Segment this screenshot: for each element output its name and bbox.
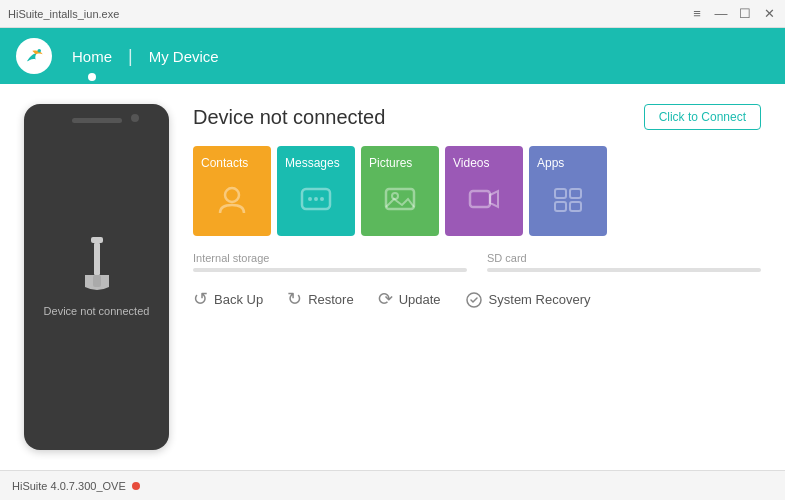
restore-icon: ↻ (287, 288, 302, 310)
recovery-icon (465, 289, 483, 310)
feature-tiles: Contacts Messages (193, 146, 761, 236)
tile-videos-label: Videos (453, 156, 489, 170)
storage-section: Internal storage SD card (193, 252, 761, 272)
storage-sd: SD card (487, 252, 761, 272)
phone-mockup: Device not connected (24, 104, 169, 450)
logo-icon (20, 42, 48, 70)
tile-messages-label: Messages (285, 156, 340, 170)
restore-label: Restore (308, 292, 354, 307)
restore-button[interactable]: ↻ Restore (287, 288, 354, 310)
nav-home[interactable]: Home (64, 44, 120, 69)
backup-icon: ↺ (193, 288, 208, 310)
recovery-label: System Recovery (489, 292, 591, 307)
system-recovery-button[interactable]: System Recovery (465, 289, 591, 310)
title-bar-controls: ≡ — ☐ ✕ (689, 6, 777, 21)
main-content: Device not connected Device not connecte… (0, 84, 785, 470)
phone-status-text: Device not connected (44, 305, 150, 317)
tile-pictures[interactable]: Pictures (361, 146, 439, 236)
svg-point-10 (392, 193, 398, 199)
menu-icon[interactable]: ≡ (689, 6, 705, 21)
svg-point-4 (225, 188, 239, 202)
status-bar: HiSuite 4.0.7.300_OVE (0, 470, 785, 500)
tile-videos-icon (466, 181, 502, 224)
close-icon[interactable]: ✕ (761, 6, 777, 21)
tile-videos[interactable]: Videos (445, 146, 523, 236)
minimize-icon[interactable]: — (713, 6, 729, 21)
nav-divider: | (128, 46, 133, 67)
device-status-row: Device not connected Click to Connect (193, 104, 761, 130)
svg-point-0 (38, 49, 42, 53)
backup-label: Back Up (214, 292, 263, 307)
update-label: Update (399, 292, 441, 307)
svg-point-8 (320, 197, 324, 201)
phone-speaker (72, 118, 122, 123)
svg-rect-2 (94, 243, 100, 275)
tile-contacts[interactable]: Contacts (193, 146, 271, 236)
svg-point-6 (308, 197, 312, 201)
svg-point-7 (314, 197, 318, 201)
svg-rect-15 (570, 202, 581, 211)
maximize-icon[interactable]: ☐ (737, 6, 753, 21)
storage-internal-label: Internal storage (193, 252, 467, 264)
svg-rect-11 (470, 191, 490, 207)
tile-contacts-label: Contacts (201, 156, 248, 170)
title-bar: HiSuite_intalls_iun.exe ≡ — ☐ ✕ (0, 0, 785, 28)
tile-messages-icon (298, 181, 334, 224)
device-status-title: Device not connected (193, 106, 385, 129)
svg-rect-13 (570, 189, 581, 198)
header: Home | My Device (0, 28, 785, 84)
phone-camera (131, 114, 139, 122)
tile-apps-icon (550, 181, 586, 224)
tile-pictures-icon (382, 181, 418, 224)
click-to-connect-button[interactable]: Click to Connect (644, 104, 761, 130)
tile-apps-label: Apps (537, 156, 564, 170)
status-dot (132, 482, 140, 490)
svg-rect-1 (91, 237, 103, 243)
storage-internal-bar (193, 268, 467, 272)
svg-rect-9 (386, 189, 414, 209)
storage-internal: Internal storage (193, 252, 467, 272)
tile-messages[interactable]: Messages (277, 146, 355, 236)
right-panel: Device not connected Click to Connect Co… (193, 104, 761, 450)
svg-rect-14 (555, 202, 566, 211)
tile-contacts-icon (214, 181, 250, 224)
title-bar-text: HiSuite_intalls_iun.exe (8, 8, 119, 20)
tile-apps[interactable]: Apps (529, 146, 607, 236)
backup-button[interactable]: ↺ Back Up (193, 288, 263, 310)
header-nav: Home | My Device (64, 44, 227, 69)
status-text: HiSuite 4.0.7.300_OVE (12, 480, 126, 492)
logo (16, 38, 52, 74)
storage-sd-label: SD card (487, 252, 761, 264)
storage-sd-bar (487, 268, 761, 272)
tile-pictures-label: Pictures (369, 156, 412, 170)
svg-rect-12 (555, 189, 566, 198)
update-button[interactable]: ⟳ Update (378, 288, 441, 310)
phone-usb-icon (73, 237, 121, 297)
update-icon: ⟳ (378, 288, 393, 310)
svg-rect-3 (93, 275, 101, 287)
nav-my-device[interactable]: My Device (141, 44, 227, 69)
bottom-actions: ↺ Back Up ↻ Restore ⟳ Update System Reco… (193, 288, 761, 310)
